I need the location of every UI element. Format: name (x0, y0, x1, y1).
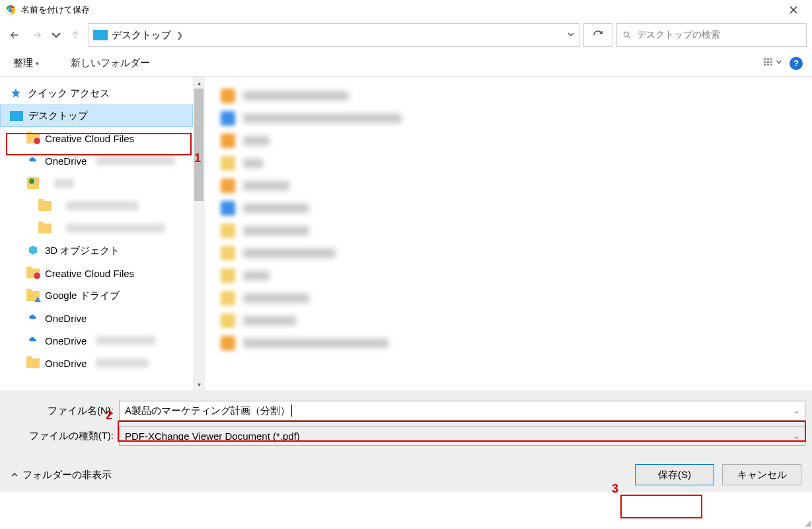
breadcrumb-current[interactable]: デスクトップ (112, 29, 171, 42)
creative-cloud-folder-icon (26, 267, 40, 279)
list-item[interactable] (221, 107, 796, 130)
back-button[interactable] (5, 26, 24, 44)
svg-rect-7 (764, 61, 766, 62)
file-icon (221, 336, 235, 350)
tree-item[interactable] (0, 172, 193, 194)
desktop-icon (10, 110, 23, 122)
list-item[interactable] (221, 332, 796, 354)
help-button[interactable]: ? (790, 57, 803, 70)
cancel-button[interactable]: キャンセル (722, 464, 801, 485)
svg-rect-8 (764, 63, 766, 65)
list-item[interactable] (221, 152, 796, 175)
list-item[interactable] (221, 242, 796, 264)
search-input[interactable]: デスクトップの検索 (616, 23, 807, 47)
tree-item[interactable]: Creative Cloud Files (0, 127, 193, 149)
file-icon (221, 179, 235, 193)
tree-item-label: Google ドライブ (45, 290, 120, 302)
refresh-button[interactable] (583, 23, 612, 47)
scroll-thumb[interactable] (194, 89, 203, 201)
tree-item-label: OneDrive (45, 358, 87, 369)
chevron-right-icon[interactable]: ❯ (175, 30, 184, 40)
tree-item[interactable]: OneDrive (0, 329, 193, 352)
list-item[interactable] (221, 220, 796, 242)
tree-item[interactable]: OneDrive (0, 149, 193, 172)
save-button[interactable]: 保存(S) (635, 464, 714, 485)
redacted-text (96, 358, 149, 368)
tree-item[interactable]: OneDrive (0, 352, 193, 374)
redacted-filename (243, 159, 263, 168)
file-icon (221, 111, 235, 126)
onedrive-icon (26, 335, 40, 346)
svg-line-5 (628, 36, 630, 38)
breadcrumb-bar[interactable]: デスクトップ ❯ (89, 23, 579, 47)
list-item[interactable] (221, 264, 796, 287)
toolbar: 整理▾ 新しいフォルダー ? (0, 50, 812, 77)
redacted-filename (243, 114, 402, 123)
tree-item-label: OneDrive (45, 155, 87, 167)
filetype-select[interactable]: PDF-XChange Viewer Document (*.pdf) ⌄ (119, 426, 805, 446)
chevron-up-icon (11, 471, 18, 479)
svg-point-4 (624, 32, 628, 36)
redacted-filename (243, 249, 336, 258)
title-bar: 名前を付けて保存 (0, 0, 812, 20)
filename-input[interactable]: A製品のマーケティング計画（分割） ⌄ (119, 401, 805, 421)
tree-item[interactable] (0, 194, 193, 217)
list-item[interactable] (221, 197, 796, 220)
file-list[interactable] (205, 77, 812, 390)
tree-item-label: OneDrive (45, 335, 87, 346)
up-button[interactable] (66, 26, 85, 44)
main-area: クイック アクセスデスクトップCreative Cloud FilesOneDr… (0, 77, 812, 390)
svg-rect-14 (770, 63, 772, 65)
filename-dropdown-icon[interactable]: ⌄ (794, 407, 799, 415)
file-icon (221, 134, 235, 148)
tree-item-label: 3D オブジェクト (45, 245, 120, 257)
google-drive-folder-icon (26, 290, 40, 302)
hide-folders-button[interactable]: フォルダーの非表示 (11, 469, 112, 481)
new-folder-button[interactable]: 新しいフォルダー (67, 54, 154, 72)
forward-button[interactable] (28, 26, 46, 44)
svg-rect-9 (767, 58, 769, 60)
creative-cloud-folder-icon (26, 132, 40, 144)
redacted-filename (243, 316, 296, 325)
filetype-dropdown-icon[interactable]: ⌄ (794, 432, 799, 440)
close-button[interactable] (780, 0, 807, 20)
annotation-label-2: 2 (106, 409, 112, 423)
list-item[interactable] (221, 309, 796, 332)
filename-label: ファイル名(N): (7, 405, 119, 417)
redacted-text (66, 224, 165, 233)
tree-item-label: Creative Cloud Files (45, 268, 134, 279)
filename-value: A製品のマーケティング計画（分割） (125, 405, 290, 417)
recent-locations-button[interactable] (50, 26, 62, 44)
tree-item[interactable]: 3D オブジェクト (0, 239, 193, 262)
organize-button[interactable]: 整理▾ (9, 54, 43, 72)
redacted-filename (243, 136, 270, 145)
list-item[interactable] (221, 85, 796, 107)
tree-item[interactable]: OneDrive (0, 307, 193, 329)
file-icon (221, 201, 235, 216)
view-options-button[interactable] (763, 57, 782, 69)
scroll-down-icon[interactable]: ▾ (193, 378, 205, 390)
tree-item[interactable]: Google ドライブ (0, 284, 193, 307)
tree-scrollbar[interactable]: ▴ ▾ (193, 77, 205, 390)
list-item[interactable] (221, 175, 796, 197)
tree-item[interactable]: デスクトップ (0, 104, 193, 127)
redacted-text (66, 201, 139, 210)
folder-icon (38, 222, 52, 234)
nav-row: デスクトップ ❯ デスクトップの検索 (0, 20, 812, 50)
tree-item[interactable] (0, 217, 193, 239)
tree-item[interactable]: Creative Cloud Files (0, 262, 193, 284)
file-icon (221, 246, 235, 261)
filetype-value: PDF-XChange Viewer Document (*.pdf) (125, 430, 300, 442)
redacted-filename (243, 339, 388, 348)
file-icon (221, 313, 235, 328)
list-item[interactable] (221, 287, 796, 309)
tree-item[interactable]: クイック アクセス (0, 82, 193, 104)
scroll-up-icon[interactable]: ▴ (193, 77, 205, 89)
folder-tree[interactable]: クイック アクセスデスクトップCreative Cloud FilesOneDr… (0, 77, 193, 390)
tree-item-label: OneDrive (45, 313, 87, 324)
svg-rect-13 (770, 61, 772, 62)
annotation-label-3: 3 (612, 482, 618, 496)
resize-grip[interactable]: ◢ (805, 518, 811, 528)
list-item[interactable] (221, 130, 796, 152)
breadcrumb-dropdown[interactable] (567, 30, 575, 40)
